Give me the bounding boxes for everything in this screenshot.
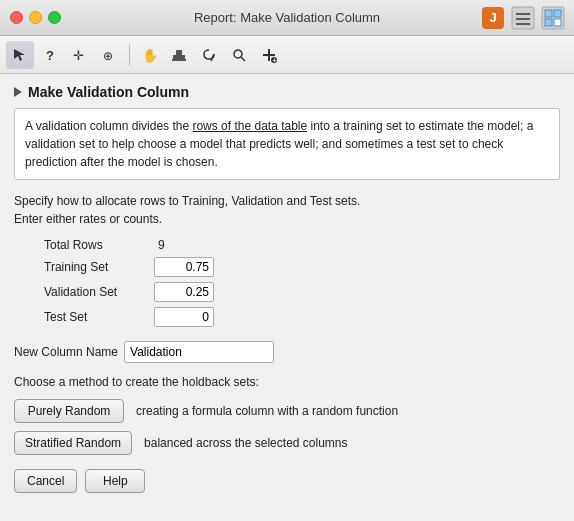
training-set-label: Training Set	[44, 260, 154, 274]
validation-set-label: Validation Set	[44, 285, 154, 299]
training-set-input[interactable]	[154, 257, 214, 277]
question-tool-button[interactable]: ?	[36, 41, 64, 69]
move-tool-button[interactable]: ✛	[66, 41, 94, 69]
plus-tool-button[interactable]: +	[255, 41, 283, 69]
toolbar-separator-1	[129, 44, 130, 66]
jmp-icon-2[interactable]	[510, 5, 536, 31]
svg-point-20	[234, 50, 242, 58]
svg-text:✛: ✛	[73, 48, 84, 63]
method-label: Choose a method to create the holdback s…	[14, 375, 560, 389]
jmp-icon-1[interactable]: J	[480, 5, 506, 31]
svg-rect-9	[545, 19, 552, 26]
cancel-button[interactable]: Cancel	[14, 469, 77, 493]
instruction-text: Specify how to allocate rows to Training…	[14, 192, 560, 228]
section-title: Make Validation Column	[28, 84, 189, 100]
test-set-row: Test Set	[44, 307, 560, 327]
help-button[interactable]: Help	[85, 469, 145, 493]
close-button[interactable]	[10, 11, 23, 24]
purely-random-desc: creating a formula column with a random …	[136, 404, 398, 418]
traffic-lights	[10, 11, 61, 24]
svg-text:?: ?	[46, 48, 54, 63]
main-content: Make Validation Column A validation colu…	[0, 74, 574, 521]
total-rows-label: Total Rows	[44, 238, 154, 252]
svg-rect-8	[554, 10, 561, 17]
svg-rect-17	[176, 50, 182, 55]
svg-rect-2	[512, 7, 534, 29]
title-bar: Report: Make Validation Column J	[0, 0, 574, 36]
bottom-bar: Cancel Help	[14, 469, 560, 493]
column-name-row: New Column Name	[14, 341, 560, 363]
maximize-button[interactable]	[48, 11, 61, 24]
lasso-tool-button[interactable]	[195, 41, 223, 69]
total-rows-row: Total Rows 9	[44, 238, 560, 252]
purely-random-row: Purely Random creating a formula column …	[14, 399, 560, 423]
svg-text:✋: ✋	[142, 47, 157, 63]
training-set-row: Training Set	[44, 257, 560, 277]
arrow-tool-button[interactable]	[6, 41, 34, 69]
svg-marker-11	[14, 49, 25, 61]
info-box: A validation column divides the rows of …	[14, 108, 560, 180]
test-set-label: Test Set	[44, 310, 154, 324]
stamp-tool-button[interactable]	[165, 41, 193, 69]
column-name-label: New Column Name	[14, 345, 118, 359]
svg-rect-7	[545, 10, 552, 17]
svg-rect-18	[172, 59, 186, 61]
window-toolbar-icons: J	[480, 5, 566, 31]
purely-random-button[interactable]: Purely Random	[14, 399, 124, 423]
svg-text:⊕: ⊕	[103, 49, 113, 63]
stratified-random-desc: balanced across the selected columns	[144, 436, 347, 450]
collapse-triangle-icon[interactable]	[14, 87, 22, 97]
jmp-icon-3[interactable]	[540, 5, 566, 31]
test-set-input[interactable]	[154, 307, 214, 327]
minimize-button[interactable]	[29, 11, 42, 24]
column-name-input[interactable]	[124, 341, 274, 363]
stratified-random-button[interactable]: Stratified Random	[14, 431, 132, 455]
stratified-random-row: Stratified Random balanced across the se…	[14, 431, 560, 455]
svg-rect-10	[554, 19, 561, 26]
crosshair-tool-button[interactable]: ⊕	[96, 41, 124, 69]
validation-set-row: Validation Set	[44, 282, 560, 302]
validation-set-input[interactable]	[154, 282, 214, 302]
toolbar: ? ✛ ⊕ ✋	[0, 36, 574, 74]
svg-text:J: J	[489, 10, 496, 25]
section-header: Make Validation Column	[14, 84, 560, 100]
svg-text:+: +	[273, 56, 277, 63]
hand-tool-button[interactable]: ✋	[135, 41, 163, 69]
zoom-tool-button[interactable]	[225, 41, 253, 69]
total-rows-value: 9	[154, 238, 165, 252]
svg-line-21	[241, 57, 245, 61]
svg-rect-16	[173, 55, 185, 59]
window-title: Report: Make Validation Column	[194, 10, 380, 25]
info-text: A validation column divides the rows of …	[25, 119, 533, 169]
form-table: Total Rows 9 Training Set Validation Set…	[44, 238, 560, 327]
